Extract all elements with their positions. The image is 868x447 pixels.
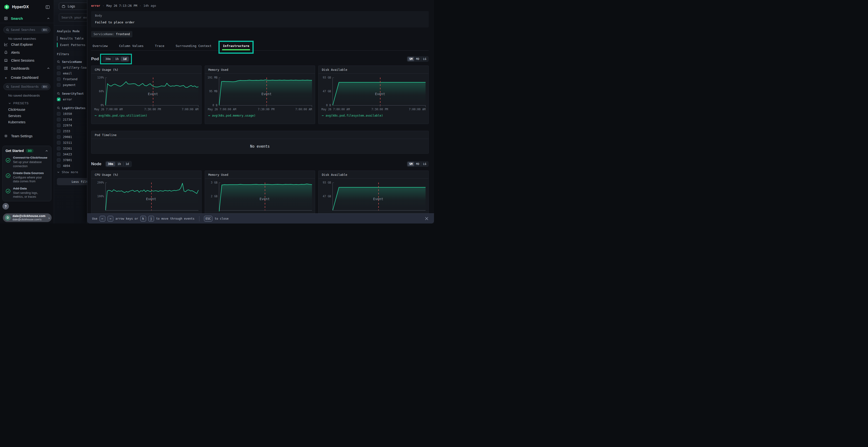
filter-option[interactable]: 29081 [57,135,87,139]
chart-plot[interactable]: 93 GB 47 GB Event [333,182,426,210]
x-tick-mark [312,105,312,107]
mode-event-patterns[interactable]: Event Patterns [57,43,87,47]
node-range-1h[interactable]: 1h [115,162,123,166]
filter-option-label: 22974 [63,124,72,127]
checkbox[interactable] [57,158,61,162]
checkbox[interactable] [57,77,61,81]
filter-option[interactable]: email [57,72,87,75]
sidebar-item-kubernetes[interactable]: Kubernetes [8,119,54,125]
search-icon [57,92,60,95]
pod-range-1d[interactable]: 1d [121,57,128,61]
event-marker-line [380,77,380,105]
sidebar-item-services[interactable]: Services [8,113,54,119]
chevron-up-icon[interactable] [47,17,50,20]
tab-trace[interactable]: Trace [155,44,164,48]
create-dashboard-button[interactable]: + Create Dashboard [4,74,54,81]
sidebar-item-search[interactable]: Search [0,14,54,23]
node-size-sm[interactable]: SM [407,162,414,166]
checkbox[interactable] [57,135,61,139]
filter-option[interactable]: 34423 [57,152,87,156]
close-icon[interactable] [425,216,429,220]
filter-option[interactable]: 32311 [57,141,87,144]
checkbox[interactable] [57,152,61,156]
sidebar-item-dashboards[interactable]: Dashboards [0,64,54,72]
saved-dashboards-input[interactable]: Saved Dashboards ⌘K [3,83,51,90]
get-started-item-connect[interactable]: Connect to ClickHouse Set up your databa… [5,156,48,168]
checkbox[interactable] [57,83,61,87]
collapse-sidebar-icon[interactable] [45,5,50,9]
presets-toggle[interactable]: PRESETS [8,102,54,105]
sidebar-item-team-settings[interactable]: Team Settings [0,132,54,140]
filter-group-severitytext[interactable]: SeverityText [57,92,87,95]
filter-option[interactable]: 33261 [57,147,87,150]
sidebar-search-label: Search [11,16,23,21]
tab-infrastructure[interactable]: Infrastructure [223,44,249,48]
checkbox[interactable] [57,118,61,122]
checkbox[interactable] [57,112,61,115]
get-started-item-add-data[interactable]: Add Data Start sending logs, metrics, or… [5,187,48,199]
sidebar-item-clickhouse[interactable]: ClickHouse [8,106,54,113]
checkbox[interactable] [57,72,61,75]
filter-group-servicename[interactable]: ServiceName [57,60,87,64]
get-started-item-sources[interactable]: Create Data Sources Configure where your… [5,171,48,183]
mode-results-table[interactable]: Results Table [57,36,87,41]
filter-option[interactable]: 22974 [57,124,87,127]
sidebar-item-client-sessions[interactable]: Client Sessions [0,56,54,64]
pod-size-md[interactable]: MD [414,57,421,61]
node-range-30m[interactable]: 30m [106,162,116,166]
user-menu[interactable]: D dale@clickhouse.com dale@clickhouse.co… [3,213,52,222]
preset-kubernetes-label: Kubernetes [8,120,26,124]
chart-plot[interactable]: 120% 60% 0% Event [105,77,198,105]
pod-size-sm[interactable]: SM [407,57,414,61]
checkbox-checked[interactable] [57,98,61,101]
chart-plot[interactable]: 200% 100% Event [105,182,198,210]
filter-option[interactable]: payment [57,83,87,87]
filter-option[interactable]: 4894 [57,164,87,168]
filter-option[interactable]: frontend [57,77,87,81]
node-size-lg[interactable]: LG [421,162,428,166]
checkbox[interactable] [57,141,61,144]
node-range-1d[interactable]: 1d [123,162,131,166]
show-more-label: Show more [62,170,78,174]
chart-explorer-label: Chart Explorer [11,43,33,46]
node-size-md[interactable]: MD [414,162,421,166]
show-more-button[interactable]: Show more [57,170,87,174]
filter-option[interactable]: 37801 [57,158,87,162]
x-tick: 7:30:00 PM [258,108,274,111]
filter-option-error[interactable]: error [57,98,87,101]
pod-range-1h[interactable]: 1h [113,57,121,61]
checkbox[interactable] [57,66,61,69]
chart-plot[interactable]: 93 GB 47 GB 0 B Event [333,77,426,105]
checkbox[interactable] [57,129,61,133]
pod-range-30m[interactable]: 30m [103,57,113,61]
get-started-item-title: Connect to ClickHouse [13,156,48,160]
checkbox[interactable] [57,147,61,150]
source-select-button[interactable]: Logs [59,3,87,10]
less-filters-button[interactable]: Less filters [57,178,87,185]
filter-option[interactable]: 21734 [57,118,87,122]
chevron-up-icon[interactable] [45,149,48,152]
tab-surrounding-context[interactable]: Surrounding Context [176,44,212,48]
saved-searches-input[interactable]: Saved Searches ⌘K [3,27,51,33]
x-tick-mark [198,105,198,107]
chart-plot[interactable]: 191 MB 95 MB 0 B Event [219,77,312,105]
checkbox[interactable] [57,124,61,127]
checkbox[interactable] [57,164,61,168]
chevron-up-icon[interactable] [47,67,50,70]
filter-option[interactable]: artillery-loa [57,66,87,69]
sidebar-item-alerts[interactable]: Alerts [0,48,54,56]
filter-option[interactable]: 19350 [57,112,87,115]
help-button[interactable]: ? [2,203,9,209]
chart-plot[interactable]: 3 GB 2 GB Event [219,182,312,210]
servicename-chip[interactable]: ServiceName: frontend [91,31,132,37]
sidebar-item-chart-explorer[interactable]: Chart Explorer [0,40,54,48]
filter-group-logattributes[interactable]: LogAttributes [57,106,87,110]
tab-column-values[interactable]: Column Values [119,44,144,48]
filter-option[interactable]: 2333 [57,129,87,133]
tab-overview[interactable]: Overview [93,44,108,48]
dashboards-label: Dashboards [11,66,29,70]
event-search-input[interactable]: Search your ev [59,13,87,22]
filter-option-label: 21734 [63,118,72,122]
node-section-header: Node 30m 1h 1d SM MD LG [91,161,429,167]
pod-size-lg[interactable]: LG [421,57,428,61]
